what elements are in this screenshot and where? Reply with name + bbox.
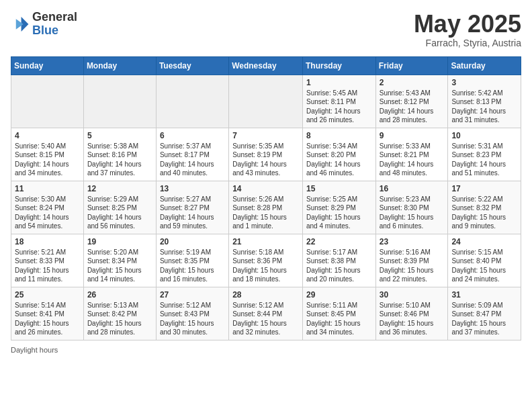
- calendar-header-tuesday: Tuesday: [156, 56, 228, 75]
- calendar-cell: 9Sunrise: 5:33 AM Sunset: 8:21 PM Daylig…: [375, 128, 448, 181]
- day-info: Sunrise: 5:10 AM Sunset: 8:46 PM Dayligh…: [380, 301, 445, 337]
- day-number: 26: [87, 290, 152, 300]
- calendar-cell: 3Sunrise: 5:42 AM Sunset: 8:13 PM Daylig…: [448, 75, 521, 128]
- calendar-cell: 7Sunrise: 5:35 AM Sunset: 8:19 PM Daylig…: [229, 128, 303, 181]
- day-number: 7: [232, 131, 299, 140]
- calendar-cell: 21Sunrise: 5:18 AM Sunset: 8:36 PM Dayli…: [229, 234, 303, 287]
- calendar-cell: 11Sunrise: 5:30 AM Sunset: 8:24 PM Dayli…: [11, 181, 84, 234]
- calendar-header-monday: Monday: [83, 56, 156, 75]
- calendar-header-saturday: Saturday: [448, 56, 521, 75]
- logo: General Blue: [11, 11, 77, 38]
- calendar-cell: [11, 75, 84, 128]
- logo-general: General: [32, 11, 77, 24]
- day-info: Sunrise: 5:12 AM Sunset: 8:44 PM Dayligh…: [232, 301, 299, 337]
- day-number: 10: [451, 131, 517, 140]
- calendar-week-3: 11Sunrise: 5:30 AM Sunset: 8:24 PM Dayli…: [11, 181, 521, 234]
- day-number: 13: [160, 184, 225, 193]
- location-title: Farrach, Styria, Austria: [414, 38, 521, 48]
- calendar-cell: 17Sunrise: 5:22 AM Sunset: 8:32 PM Dayli…: [448, 181, 521, 234]
- day-number: 23: [380, 237, 445, 246]
- calendar-cell: 23Sunrise: 5:16 AM Sunset: 8:39 PM Dayli…: [375, 234, 448, 287]
- calendar-cell: 27Sunrise: 5:12 AM Sunset: 8:43 PM Dayli…: [156, 287, 228, 340]
- day-number: 18: [15, 237, 80, 246]
- day-info: Sunrise: 5:38 AM Sunset: 8:16 PM Dayligh…: [87, 142, 152, 178]
- day-info: Sunrise: 5:43 AM Sunset: 8:12 PM Dayligh…: [380, 89, 445, 125]
- day-number: 2: [380, 78, 445, 87]
- day-number: 30: [380, 290, 445, 300]
- calendar-header-sunday: Sunday: [11, 56, 84, 75]
- calendar-week-1: 1Sunrise: 5:45 AM Sunset: 8:11 PM Daylig…: [11, 75, 521, 128]
- day-info: Sunrise: 5:21 AM Sunset: 8:33 PM Dayligh…: [15, 248, 80, 284]
- day-number: 3: [451, 78, 517, 87]
- day-number: 25: [15, 290, 80, 300]
- calendar-cell: 22Sunrise: 5:17 AM Sunset: 8:38 PM Dayli…: [302, 234, 375, 287]
- day-info: Sunrise: 5:40 AM Sunset: 8:15 PM Dayligh…: [15, 142, 80, 178]
- calendar-cell: 16Sunrise: 5:23 AM Sunset: 8:30 PM Dayli…: [375, 181, 448, 234]
- day-info: Sunrise: 5:18 AM Sunset: 8:36 PM Dayligh…: [232, 248, 299, 284]
- day-number: 21: [232, 237, 299, 246]
- day-number: 1: [306, 78, 372, 87]
- day-info: Sunrise: 5:20 AM Sunset: 8:34 PM Dayligh…: [87, 248, 152, 284]
- calendar-cell: [156, 75, 228, 128]
- calendar-cell: 2Sunrise: 5:43 AM Sunset: 8:12 PM Daylig…: [375, 75, 448, 128]
- calendar-header-thursday: Thursday: [302, 56, 375, 75]
- day-number: 22: [306, 237, 372, 246]
- logo-blue: Blue: [32, 24, 77, 38]
- calendar-cell: 8Sunrise: 5:34 AM Sunset: 8:20 PM Daylig…: [302, 128, 375, 181]
- day-info: Sunrise: 5:15 AM Sunset: 8:40 PM Dayligh…: [451, 248, 517, 284]
- day-info: Sunrise: 5:27 AM Sunset: 8:27 PM Dayligh…: [160, 195, 225, 231]
- day-number: 5: [87, 131, 152, 140]
- title-block: May 2025 Farrach, Styria, Austria: [414, 11, 521, 48]
- day-info: Sunrise: 5:22 AM Sunset: 8:32 PM Dayligh…: [451, 195, 517, 231]
- calendar-header-wednesday: Wednesday: [229, 56, 303, 75]
- calendar-cell: 4Sunrise: 5:40 AM Sunset: 8:15 PM Daylig…: [11, 128, 84, 181]
- day-number: 16: [380, 184, 445, 193]
- day-info: Sunrise: 5:14 AM Sunset: 8:41 PM Dayligh…: [15, 301, 80, 337]
- day-info: Sunrise: 5:29 AM Sunset: 8:25 PM Dayligh…: [87, 195, 152, 231]
- calendar-week-2: 4Sunrise: 5:40 AM Sunset: 8:15 PM Daylig…: [11, 128, 521, 181]
- calendar-cell: 24Sunrise: 5:15 AM Sunset: 8:40 PM Dayli…: [448, 234, 521, 287]
- calendar-cell: 28Sunrise: 5:12 AM Sunset: 8:44 PM Dayli…: [229, 287, 303, 340]
- day-number: 12: [87, 184, 152, 193]
- calendar-cell: 10Sunrise: 5:31 AM Sunset: 8:23 PM Dayli…: [448, 128, 521, 181]
- calendar-cell: 5Sunrise: 5:38 AM Sunset: 8:16 PM Daylig…: [83, 128, 156, 181]
- day-number: 11: [15, 184, 80, 193]
- day-info: Sunrise: 5:25 AM Sunset: 8:29 PM Dayligh…: [306, 195, 372, 231]
- calendar-cell: 29Sunrise: 5:11 AM Sunset: 8:45 PM Dayli…: [302, 287, 375, 340]
- day-info: Sunrise: 5:16 AM Sunset: 8:39 PM Dayligh…: [380, 248, 445, 284]
- day-number: 27: [160, 290, 225, 300]
- day-info: Sunrise: 5:42 AM Sunset: 8:13 PM Dayligh…: [451, 89, 517, 125]
- calendar-cell: 13Sunrise: 5:27 AM Sunset: 8:27 PM Dayli…: [156, 181, 228, 234]
- day-info: Sunrise: 5:12 AM Sunset: 8:43 PM Dayligh…: [160, 301, 225, 337]
- calendar-cell: [229, 75, 303, 128]
- day-number: 15: [306, 184, 372, 193]
- month-title: May 2025: [414, 11, 521, 38]
- calendar-cell: 25Sunrise: 5:14 AM Sunset: 8:41 PM Dayli…: [11, 287, 84, 340]
- day-number: 24: [451, 237, 517, 246]
- logo-text: General Blue: [32, 11, 77, 38]
- day-number: 29: [306, 290, 372, 300]
- calendar-cell: 19Sunrise: 5:20 AM Sunset: 8:34 PM Dayli…: [83, 234, 156, 287]
- day-number: 14: [232, 184, 299, 193]
- calendar-cell: 18Sunrise: 5:21 AM Sunset: 8:33 PM Dayli…: [11, 234, 84, 287]
- day-info: Sunrise: 5:17 AM Sunset: 8:38 PM Dayligh…: [306, 248, 372, 284]
- day-info: Sunrise: 5:11 AM Sunset: 8:45 PM Dayligh…: [306, 301, 372, 337]
- calendar-cell: 1Sunrise: 5:45 AM Sunset: 8:11 PM Daylig…: [302, 75, 375, 128]
- page-header: General Blue May 2025 Farrach, Styria, A…: [11, 11, 521, 48]
- day-info: Sunrise: 5:23 AM Sunset: 8:30 PM Dayligh…: [380, 195, 445, 231]
- day-number: 20: [160, 237, 225, 246]
- day-number: 6: [160, 131, 225, 140]
- day-info: Sunrise: 5:45 AM Sunset: 8:11 PM Dayligh…: [306, 89, 372, 125]
- calendar-cell: 6Sunrise: 5:37 AM Sunset: 8:17 PM Daylig…: [156, 128, 228, 181]
- day-number: 17: [451, 184, 517, 193]
- calendar-cell: 20Sunrise: 5:19 AM Sunset: 8:35 PM Dayli…: [156, 234, 228, 287]
- footer-note: Daylight hours: [11, 346, 521, 354]
- day-number: 9: [380, 131, 445, 140]
- calendar-cell: 30Sunrise: 5:10 AM Sunset: 8:46 PM Dayli…: [375, 287, 448, 340]
- calendar-week-5: 25Sunrise: 5:14 AM Sunset: 8:41 PM Dayli…: [11, 287, 521, 340]
- day-number: 31: [451, 290, 517, 300]
- day-number: 28: [232, 290, 299, 300]
- calendar-week-4: 18Sunrise: 5:21 AM Sunset: 8:33 PM Dayli…: [11, 234, 521, 287]
- day-info: Sunrise: 5:35 AM Sunset: 8:19 PM Dayligh…: [232, 142, 299, 178]
- calendar-table: SundayMondayTuesdayWednesdayThursdayFrid…: [11, 56, 521, 340]
